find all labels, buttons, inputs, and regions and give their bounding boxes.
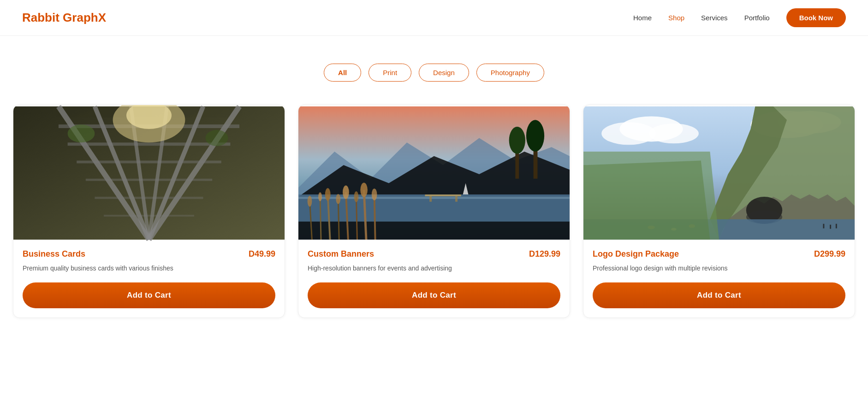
product-title-1: Business Cards: [23, 249, 85, 259]
book-now-button[interactable]: Book Now: [786, 8, 846, 27]
svg-marker-65: [583, 161, 710, 240]
svg-rect-44: [455, 196, 458, 202]
svg-line-27: [356, 197, 357, 240]
filter-photography[interactable]: Photography: [476, 64, 544, 82]
svg-rect-42: [425, 194, 461, 196]
logo[interactable]: Rabbit GraphX: [22, 11, 106, 25]
header: Rabbit GraphX Home Shop Services Portfol…: [0, 0, 868, 36]
svg-point-49: [649, 123, 699, 143]
product-card-logo-design: Logo Design Package D299.99 Professional…: [583, 105, 855, 318]
product-image-2: [298, 105, 570, 241]
svg-rect-43: [429, 196, 432, 202]
nav-home[interactable]: Home: [633, 14, 652, 22]
product-info-1: Business Cards D49.99 Premium quality bu…: [13, 241, 285, 317]
product-price-3: D299.99: [814, 249, 845, 259]
svg-point-37: [372, 188, 377, 200]
filter-print[interactable]: Print: [369, 64, 411, 82]
product-title-row-3: Logo Design Package D299.99: [593, 249, 845, 259]
svg-rect-61: [823, 224, 824, 229]
product-title-3: Logo Design Package: [593, 249, 679, 259]
svg-point-31: [318, 192, 322, 201]
svg-rect-10: [86, 179, 212, 181]
nav-services[interactable]: Services: [701, 14, 728, 22]
add-to-cart-button-3[interactable]: Add to Cart: [593, 282, 845, 308]
product-description-1: Premium quality business cards with vari…: [23, 264, 275, 273]
product-title-row-2: Custom Banners D129.99: [308, 249, 560, 259]
filter-design[interactable]: Design: [419, 64, 469, 82]
add-to-cart-button-2[interactable]: Add to Cart: [308, 282, 560, 308]
svg-rect-62: [830, 225, 831, 229]
svg-point-35: [354, 191, 359, 202]
svg-point-16: [206, 130, 228, 146]
product-info-2: Custom Banners D129.99 High-resolution b…: [298, 241, 570, 317]
product-image-1: [13, 105, 285, 241]
product-price-1: D49.99: [249, 249, 275, 259]
svg-line-23: [320, 197, 321, 240]
svg-rect-9: [77, 161, 221, 164]
filter-all[interactable]: All: [324, 64, 361, 82]
product-description-2: High-resolution banners for events and a…: [308, 264, 560, 273]
filter-section: All Print Design Photography: [0, 36, 868, 105]
nav-portfolio[interactable]: Portfolio: [744, 14, 770, 22]
product-title-2: Custom Banners: [308, 249, 374, 259]
product-image-3: [583, 105, 855, 241]
svg-point-36: [360, 183, 368, 197]
nav-shop[interactable]: Shop: [668, 14, 684, 22]
add-to-cart-button-1[interactable]: Add to Cart: [23, 282, 275, 308]
svg-point-32: [325, 188, 331, 200]
svg-line-25: [338, 199, 339, 240]
svg-point-30: [308, 196, 312, 207]
product-card-custom-banners: Custom Banners D129.99 High-resolution b…: [298, 105, 570, 318]
product-description-3: Professional logo design with multiple r…: [593, 264, 845, 273]
product-info-3: Logo Design Package D299.99 Professional…: [583, 241, 855, 317]
svg-point-15: [68, 124, 95, 142]
svg-rect-8: [68, 142, 231, 146]
product-card-business-cards: Business Cards D49.99 Premium quality bu…: [13, 105, 285, 318]
svg-rect-12: [104, 215, 194, 217]
svg-point-33: [336, 194, 340, 204]
svg-point-41: [526, 120, 544, 152]
svg-rect-11: [95, 197, 203, 199]
product-title-row-1: Business Cards D49.99: [23, 249, 275, 259]
svg-line-29: [375, 194, 375, 240]
svg-rect-63: [836, 224, 837, 229]
svg-point-34: [343, 185, 349, 199]
svg-point-39: [509, 127, 525, 154]
product-grid: Business Cards D49.99 Premium quality bu…: [0, 105, 868, 346]
navigation: Home Shop Services Portfolio Book Now: [633, 8, 846, 27]
product-price-2: D129.99: [529, 249, 560, 259]
